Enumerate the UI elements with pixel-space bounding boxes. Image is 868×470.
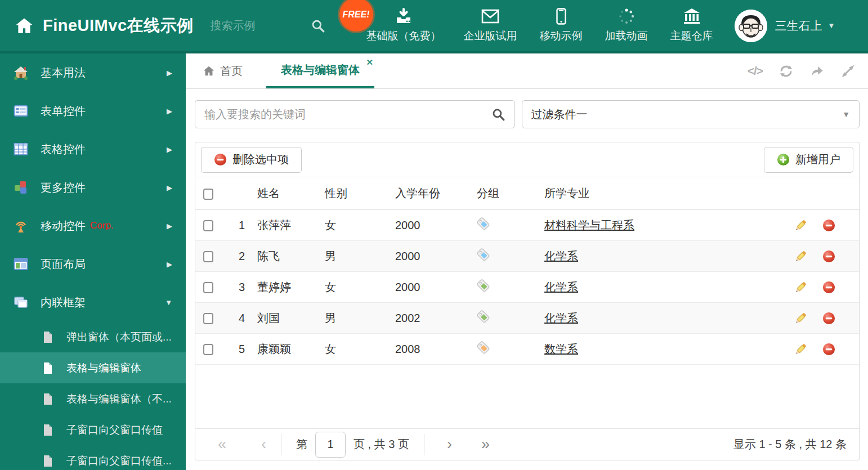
- table-row[interactable]: 4 刘国 男 2002 化学系: [195, 303, 859, 334]
- table-row[interactable]: 5 康颖颖 女 2008 数学系: [195, 334, 859, 365]
- major-link[interactable]: 材料科学与工程系: [544, 219, 634, 231]
- cell-name: 刘国: [254, 311, 321, 326]
- app-root: FineUIMvc在线示例 FREE! 基础版（免费） 企业版试用: [0, 0, 868, 470]
- cell-year: 2000: [392, 219, 473, 232]
- row-checkbox[interactable]: [203, 313, 213, 324]
- refresh-icon[interactable]: [778, 64, 794, 79]
- delete-minus-icon[interactable]: [822, 343, 835, 356]
- chevron-right-icon: ▶: [167, 107, 172, 115]
- header-search-input[interactable]: [211, 19, 301, 32]
- delete-minus-icon[interactable]: [822, 312, 835, 325]
- sidebar-subitem-popup-window[interactable]: 弹出窗体（本页面或...: [0, 321, 186, 352]
- bank-icon: [683, 8, 701, 25]
- file-icon: [42, 362, 54, 374]
- sidebar-subitem-child-to-parent-alt[interactable]: 子窗口向父窗口传值...: [0, 445, 186, 470]
- file-icon: [42, 331, 54, 343]
- edit-pencil-icon[interactable]: [794, 342, 808, 356]
- file-icon: [42, 455, 54, 467]
- avatar[interactable]: [735, 10, 767, 42]
- sidebar-subitem-child-to-parent[interactable]: 子窗口向父窗口传值: [0, 414, 186, 445]
- keyword-search-input[interactable]: [195, 108, 491, 121]
- chevron-right-icon: ▶: [167, 222, 172, 230]
- prev-page-icon[interactable]: ‹: [261, 437, 266, 452]
- sidebar-item-page-layout[interactable]: 页面布局 ▶: [0, 245, 186, 283]
- select-all-checkbox[interactable]: [203, 189, 213, 200]
- major-link[interactable]: 化学系: [544, 312, 578, 324]
- nav-theme-repo[interactable]: 主题仓库: [670, 8, 713, 43]
- edit-pencil-icon[interactable]: [794, 249, 808, 263]
- table-icon: [14, 142, 28, 156]
- delete-minus-icon[interactable]: [822, 219, 835, 232]
- row-number: 1: [222, 219, 254, 232]
- nav-enterprise-trial[interactable]: 企业版试用: [464, 8, 517, 43]
- edit-pencil-icon[interactable]: [794, 280, 808, 294]
- sidebar-subitem-grid-edit-window[interactable]: 表格与编辑窗体: [0, 352, 186, 383]
- share-icon[interactable]: [809, 64, 825, 79]
- filter-select[interactable]: 过滤条件一 ▼: [522, 100, 860, 128]
- edit-pencil-icon[interactable]: [794, 311, 808, 325]
- edit-pencil-icon[interactable]: [794, 218, 808, 232]
- search-icon[interactable]: [311, 19, 325, 33]
- nav-basic-edition[interactable]: FREE! 基础版（免费）: [366, 8, 441, 43]
- row-checkbox[interactable]: [203, 282, 213, 293]
- major-link[interactable]: 化学系: [544, 281, 578, 293]
- search-icon[interactable]: [491, 108, 505, 122]
- row-checkbox[interactable]: [203, 251, 213, 262]
- col-gender[interactable]: 性别: [321, 186, 392, 201]
- row-checkbox[interactable]: [203, 220, 213, 231]
- user-name[interactable]: 三生石上: [775, 18, 822, 34]
- nav-label: 基础版（免费）: [366, 29, 441, 43]
- first-page-icon[interactable]: «: [218, 437, 226, 452]
- row-checkbox[interactable]: [203, 344, 213, 355]
- source-code-icon[interactable]: </>: [748, 64, 763, 78]
- delete-selected-button[interactable]: 删除选中项: [201, 147, 302, 173]
- row-number: 3: [222, 281, 254, 294]
- tab-grid-edit-window[interactable]: 表格与编辑窗体 ✕: [266, 53, 374, 88]
- user-menu[interactable]: 三生石上 ▼: [735, 10, 835, 42]
- layout-icon: [14, 257, 28, 271]
- plus-circle-icon: [777, 153, 790, 166]
- nav-loading-animation[interactable]: 加载动画: [605, 8, 648, 43]
- tab-bar: 首页 表格与编辑窗体 ✕ </>: [186, 53, 868, 89]
- table-empty-space: [195, 365, 859, 428]
- row-number: 5: [222, 343, 254, 356]
- app-header: FineUIMvc在线示例 FREE! 基础版（免费） 企业版试用: [0, 0, 868, 53]
- next-page-icon[interactable]: ›: [447, 437, 452, 452]
- sidebar-item-inline-frame[interactable]: 内联框架 ▼: [0, 283, 186, 321]
- cell-gender: 男: [321, 311, 392, 326]
- sidebar-item-more-controls[interactable]: 更多控件 ▶: [0, 168, 186, 207]
- last-page-icon[interactable]: »: [481, 437, 490, 452]
- sidebar-subitem-grid-edit-window-alt[interactable]: 表格与编辑窗体（不...: [0, 383, 186, 414]
- delete-minus-icon[interactable]: [822, 281, 835, 294]
- col-group[interactable]: 分组: [473, 186, 541, 201]
- page-prefix: 第: [296, 437, 307, 452]
- col-name[interactable]: 姓名: [254, 186, 321, 201]
- chevron-down-icon: ▼: [165, 298, 172, 307]
- major-link[interactable]: 化学系: [544, 250, 578, 262]
- expand-icon[interactable]: [840, 64, 856, 79]
- sidebar-item-form-controls[interactable]: 表单控件 ▶: [0, 92, 186, 130]
- sidebar-item-grid-controls[interactable]: 表格控件 ▶: [0, 130, 186, 168]
- sidebar-item-basic-usage[interactable]: 基本用法 ▶: [0, 53, 186, 92]
- delete-minus-icon[interactable]: [822, 250, 835, 263]
- home-icon[interactable]: [15, 16, 34, 35]
- page-number-input[interactable]: [315, 432, 346, 458]
- tab-home[interactable]: 首页: [195, 53, 250, 88]
- nav-label: 移动示例: [540, 29, 583, 43]
- table-row[interactable]: 3 董婷婷 女 2000 化学系: [195, 272, 859, 303]
- col-major[interactable]: 所学专业: [541, 186, 777, 201]
- major-link[interactable]: 数学系: [544, 343, 578, 355]
- cell-year: 2002: [392, 312, 473, 325]
- close-icon[interactable]: ✕: [366, 57, 373, 68]
- add-user-button[interactable]: 新增用户: [764, 147, 853, 173]
- col-year[interactable]: 入学年份: [392, 186, 473, 201]
- table-row[interactable]: 2 陈飞 男 2000 化学系: [195, 241, 859, 272]
- table-row[interactable]: 1 张萍萍 女 2000 材料科学与工程系: [195, 210, 859, 241]
- user-caret-icon: ▼: [828, 21, 835, 30]
- file-icon: [42, 393, 54, 405]
- grid-panel: 删除选中项 新增用户 姓名 性别 入学年份 分组 所学专业 1: [195, 142, 860, 460]
- antenna-icon: [14, 218, 28, 233]
- nav-mobile-demo[interactable]: 移动示例: [540, 8, 583, 43]
- sidebar-item-mobile-controls[interactable]: 移动控件 Corp. ▶: [0, 207, 186, 245]
- sidebar: 基本用法 ▶ 表单控件 ▶ 表格控件 ▶: [0, 53, 186, 470]
